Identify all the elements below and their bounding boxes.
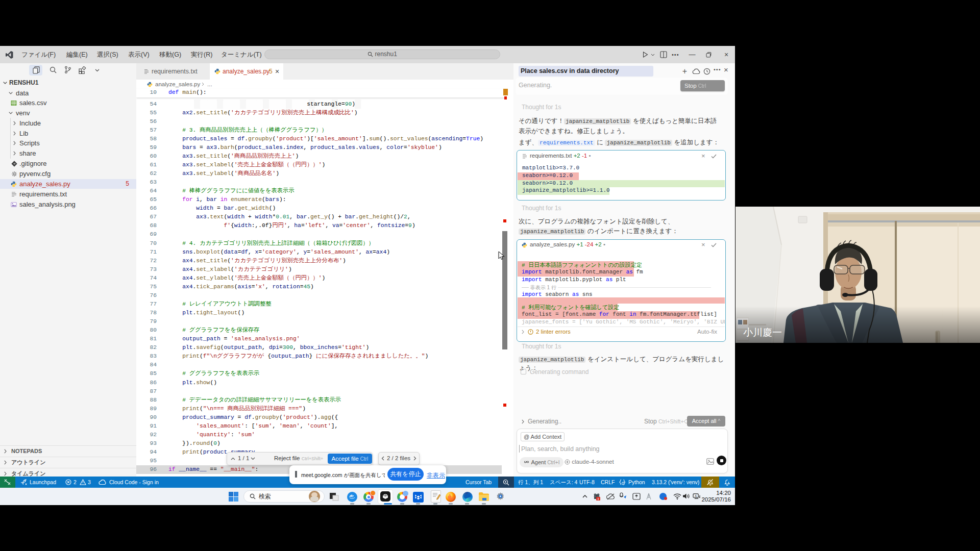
- svg-text:A: A: [695, 494, 697, 497]
- svg-text:小川慶一: 小川慶一: [743, 327, 782, 338]
